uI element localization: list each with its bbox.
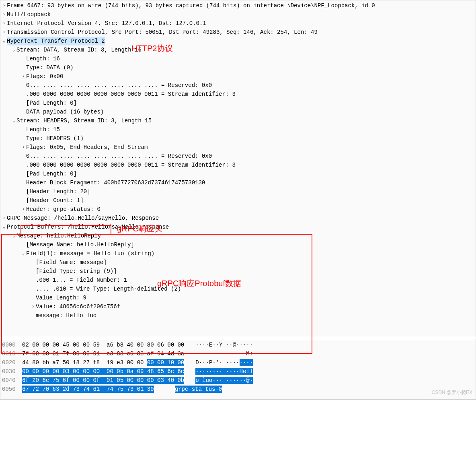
label: Null/Loopback (7, 10, 51, 19)
collapse-icon[interactable]: ⌄ (12, 231, 16, 240)
label: Value: 48656c6c6f206c756f (36, 302, 120, 311)
tree-item[interactable]: [Field Name: message] (0, 258, 476, 267)
tree-item-protobuf[interactable]: ⌄Protocol Buffers: /hello.Hello/sayHello… (0, 223, 476, 231)
packet-details-pane[interactable]: ›Frame 6467: 93 bytes on wire (744 bits)… (0, 0, 476, 337)
label: Length: 16 (26, 54, 60, 63)
hex-row[interactable]: 0040 6f 20 6c 75 6f 00 00 0f 01 05 00 00… (0, 376, 476, 385)
expand-icon[interactable]: › (2, 214, 6, 223)
tree-item-flags[interactable]: ›Flags: 0x00 (0, 72, 476, 81)
tree-item-pb-value[interactable]: ›Value: 48656c6c6f206c756f (0, 302, 476, 311)
hex-ascii: o luo··· ······@· (195, 376, 253, 385)
expand-icon[interactable]: › (21, 72, 25, 81)
tree-item[interactable]: [Header Length: 20] (0, 187, 476, 196)
label: Type: HEADERS (1) (26, 134, 84, 143)
tree-item-ipv4[interactable]: ›Internet Protocol Version 4, Src: 127.0… (0, 19, 476, 28)
hex-offset: 0030 (2, 367, 22, 376)
tree-item-frame[interactable]: ›Frame 6467: 93 bytes on wire (744 bits)… (0, 1, 476, 10)
hex-bytes: 44 80 bb a7 50 18 27 f8 19 e3 00 00 00 0… (22, 358, 184, 367)
tree-item-flags[interactable]: ›Flags: 0x05, End Headers, End Stream (0, 143, 476, 152)
label: [Field Type: string (9)] (36, 267, 117, 276)
hex-bytes: 02 00 00 00 45 00 00 59 a6 b8 40 00 80 0… (22, 340, 184, 349)
tree-item[interactable]: .000 0000 0000 0000 0000 0000 0000 0011 … (0, 161, 476, 169)
hex-row[interactable]: 0050 67 72 70 63 2d 73 74 61 74 75 73 01… (0, 385, 476, 394)
tree-item[interactable]: .000 1... = Field Number: 1 (0, 276, 476, 285)
tree-item[interactable]: Type: DATA (0) (0, 63, 476, 72)
label: Header Block Fragment: 400b677270632d737… (26, 178, 205, 187)
expand-icon[interactable]: › (2, 1, 6, 10)
tree-item[interactable]: Value Length: 9 (0, 293, 476, 302)
tree-item-http2[interactable]: ⌄HyperText Transfer Protocol 2 (0, 37, 476, 45)
tree-item-grpc-header[interactable]: ›Header: grpc-status: 0 (0, 205, 476, 214)
tree-item[interactable]: Header Block Fragment: 400b677270632d737… (0, 178, 476, 187)
collapse-icon[interactable]: ⌄ (12, 116, 16, 125)
hex-bytes-highlighted: 00 00 00 00 03 00 00 00 00 0b 0a 09 48 6… (22, 368, 184, 375)
expand-icon[interactable]: › (31, 302, 35, 311)
tree-item[interactable]: DATA payload (16 bytes) (0, 107, 476, 116)
label: .000 0000 0000 0000 0000 0000 0000 0011 … (26, 90, 236, 99)
tree-item[interactable]: message: Hello luo (0, 311, 476, 320)
label: [Message Name: hello.HelloReply] (26, 240, 134, 249)
label: Protocol Buffers: /hello.Hello/sayHello,… (7, 223, 169, 231)
tree-item-null-loopback[interactable]: ›Null/Loopback (0, 10, 476, 19)
label: .000 0000 0000 0000 0000 0000 0000 0011 … (26, 161, 236, 169)
tree-item[interactable]: Type: HEADERS (1) (0, 134, 476, 143)
tree-item[interactable]: 0... .... .... .... .... .... .... .... … (0, 152, 476, 161)
hex-ascii-highlighted: ···· (240, 359, 253, 366)
hex-ascii: grpc-sta tus·0 (175, 385, 222, 394)
label: Flags: 0x05, End Headers, End Stream (26, 143, 148, 152)
collapse-icon[interactable]: ⌄ (2, 37, 6, 45)
hex-row[interactable]: 0000 02 00 00 00 45 00 00 59 a6 b8 40 00… (0, 340, 476, 349)
label: Header: grpc-status: 0 (26, 205, 101, 214)
expand-icon[interactable]: › (2, 19, 6, 28)
tree-item[interactable]: [Message Name: hello.HelloReply] (0, 240, 476, 249)
tree-item-tcp[interactable]: ›Transmission Control Protocol, Src Port… (0, 28, 476, 37)
hex-row[interactable]: 0030 00 00 00 00 03 00 00 00 00 0b 0a 09… (0, 367, 476, 376)
expand-icon[interactable]: › (2, 28, 6, 37)
hex-row[interactable]: 0010 7f 00 00 01 7f 00 00 01 c3 83 c0 83… (0, 349, 476, 358)
hex-ascii: ········ ······M: (195, 349, 253, 358)
tree-item[interactable]: [Pad Length: 0] (0, 169, 476, 178)
label: Frame 6467: 93 bytes on wire (744 bits),… (7, 1, 375, 10)
label-selected: HyperText Transfer Protocol 2 (7, 37, 105, 45)
tree-item[interactable]: Length: 16 (0, 54, 476, 63)
label: 0... .... .... .... .... .... .... .... … (26, 152, 212, 161)
hex-offset: 0000 (2, 340, 22, 349)
hex-offset: 0020 (2, 358, 22, 367)
tree-item[interactable]: [Pad Length: 0] (0, 99, 476, 107)
hex-dump-pane[interactable]: 0000 02 00 00 00 45 00 00 59 a6 b8 40 00… (0, 337, 476, 400)
label: .... .010 = Wire Type: Length-delimited … (36, 285, 181, 293)
label: [Field Name: message] (36, 258, 107, 267)
label: Length: 15 (26, 125, 60, 134)
expand-icon[interactable]: › (21, 205, 25, 214)
tree-item-stream-data[interactable]: ⌄Stream: DATA, Stream ID: 3, Length 16 (0, 45, 476, 54)
hex-row[interactable]: 0020 44 80 bb a7 50 18 27 f8 19 e3 00 00… (0, 358, 476, 367)
hex-ascii-highlighted: o luo··· ······@· (195, 377, 253, 384)
hex-offset: 0040 (2, 376, 22, 385)
hex-bytes: 7f 00 00 01 7f 00 00 01 c3 83 c0 83 af 9… (22, 349, 184, 358)
collapse-icon[interactable]: ⌄ (21, 249, 25, 258)
expand-icon[interactable]: › (21, 143, 25, 152)
tree-item[interactable]: .... .010 = Wire Type: Length-delimited … (0, 285, 476, 293)
tree-item[interactable]: [Header Count: 1] (0, 196, 476, 205)
tree-item[interactable]: Length: 15 (0, 125, 476, 134)
label: Value Length: 9 (36, 293, 86, 302)
tree-item-grpc-message[interactable]: ›GRPC Message: /hello.Hello/sayHello, Re… (0, 214, 476, 223)
tree-item-stream-headers[interactable]: ⌄Stream: HEADERS, Stream ID: 3, Length 1… (0, 116, 476, 125)
tree-item[interactable]: .000 0000 0000 0000 0000 0000 0000 0011 … (0, 90, 476, 99)
hex-bytes-highlighted: 67 72 70 63 2d 73 74 61 74 75 73 01 30 (22, 386, 154, 393)
hex-ascii-highlighted: ········ ····Hell (195, 368, 253, 375)
tree-item[interactable]: [Field Type: string (9)] (0, 267, 476, 276)
tree-item-pb-message[interactable]: ⌄Message: hello.HelloReply (0, 231, 476, 240)
label: Internet Protocol Version 4, Src: 127.0.… (7, 19, 206, 28)
tree-item-pb-field[interactable]: ⌄Field(1): message = Hello luo (string) (0, 249, 476, 258)
hex-ascii-highlighted: grpc-sta tus·0 (175, 386, 222, 393)
label: [Pad Length: 0] (26, 99, 77, 107)
collapse-icon[interactable]: ⌄ (12, 45, 16, 54)
collapse-icon[interactable]: ⌄ (2, 223, 6, 231)
tree-item[interactable]: 0... .... .... .... .... .... .... .... … (0, 81, 476, 90)
label: 0... .... .... .... .... .... .... .... … (26, 81, 212, 90)
label: Type: DATA (0) (26, 63, 74, 72)
label: Message: hello.HelloReply (16, 231, 101, 240)
expand-icon[interactable]: › (2, 10, 6, 19)
watermark: CSDN @罗小爬EX (431, 388, 472, 397)
